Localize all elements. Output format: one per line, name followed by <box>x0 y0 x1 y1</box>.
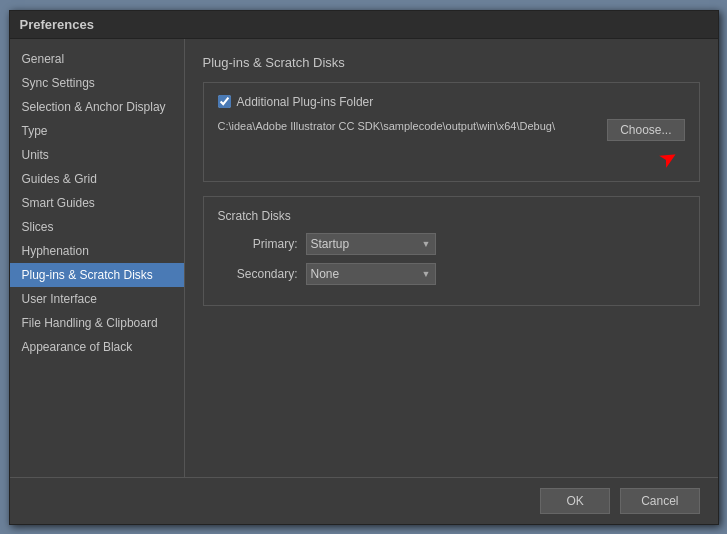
main-panel: Plug-ins & Scratch Disks Additional Plug… <box>185 39 718 477</box>
section-title: Plug-ins & Scratch Disks <box>203 55 700 70</box>
sidebar-item-hyphenation[interactable]: Hyphenation <box>10 239 184 263</box>
dialog-content: GeneralSync SettingsSelection & Anchor D… <box>10 39 718 477</box>
plugins-panel: Additional Plug-ins Folder C:\idea\Adobe… <box>203 82 700 182</box>
secondary-select[interactable]: None Startup <box>306 263 436 285</box>
primary-select-wrapper: Startup None <box>306 233 436 255</box>
title-bar: Preferences <box>10 11 718 39</box>
additional-plugins-row: Additional Plug-ins Folder <box>218 95 685 109</box>
cancel-button[interactable]: Cancel <box>620 488 699 514</box>
primary-row: Primary: Startup None <box>218 233 685 255</box>
secondary-select-wrapper: None Startup <box>306 263 436 285</box>
sidebar-item-user-interface[interactable]: User Interface <box>10 287 184 311</box>
dialog-footer: OK Cancel <box>10 477 718 524</box>
sidebar-item-type[interactable]: Type <box>10 119 184 143</box>
primary-label: Primary: <box>218 237 298 251</box>
path-row: C:\idea\Adobe Illustrator CC SDK\samplec… <box>218 119 685 169</box>
additional-plugins-label: Additional Plug-ins Folder <box>237 95 374 109</box>
primary-select[interactable]: Startup None <box>306 233 436 255</box>
secondary-label: Secondary: <box>218 267 298 281</box>
sidebar-item-units[interactable]: Units <box>10 143 184 167</box>
sidebar-item-plugins-scratch[interactable]: Plug-ins & Scratch Disks <box>10 263 184 287</box>
scratch-disks-title: Scratch Disks <box>218 209 685 223</box>
ok-button[interactable]: OK <box>540 488 610 514</box>
sidebar-item-general[interactable]: General <box>10 47 184 71</box>
arrow-icon: ➤ <box>654 143 681 171</box>
sidebar-item-slices[interactable]: Slices <box>10 215 184 239</box>
additional-plugins-checkbox[interactable] <box>218 95 231 108</box>
choose-button[interactable]: Choose... <box>607 119 684 141</box>
scratch-disks-panel: Scratch Disks Primary: Startup None Seco… <box>203 196 700 306</box>
dialog-title: Preferences <box>20 17 94 32</box>
sidebar-item-guides-grid[interactable]: Guides & Grid <box>10 167 184 191</box>
sidebar-item-selection-anchor[interactable]: Selection & Anchor Display <box>10 95 184 119</box>
sidebar-item-smart-guides[interactable]: Smart Guides <box>10 191 184 215</box>
sidebar: GeneralSync SettingsSelection & Anchor D… <box>10 39 185 477</box>
secondary-row: Secondary: None Startup <box>218 263 685 285</box>
sidebar-item-file-handling[interactable]: File Handling & Clipboard <box>10 311 184 335</box>
preferences-dialog: Preferences GeneralSync SettingsSelectio… <box>9 10 719 525</box>
sidebar-item-appearance-black[interactable]: Appearance of Black <box>10 335 184 359</box>
choose-area: Choose... ➤ <box>607 119 684 169</box>
sidebar-item-sync-settings[interactable]: Sync Settings <box>10 71 184 95</box>
plugin-path-text: C:\idea\Adobe Illustrator CC SDK\samplec… <box>218 119 598 134</box>
